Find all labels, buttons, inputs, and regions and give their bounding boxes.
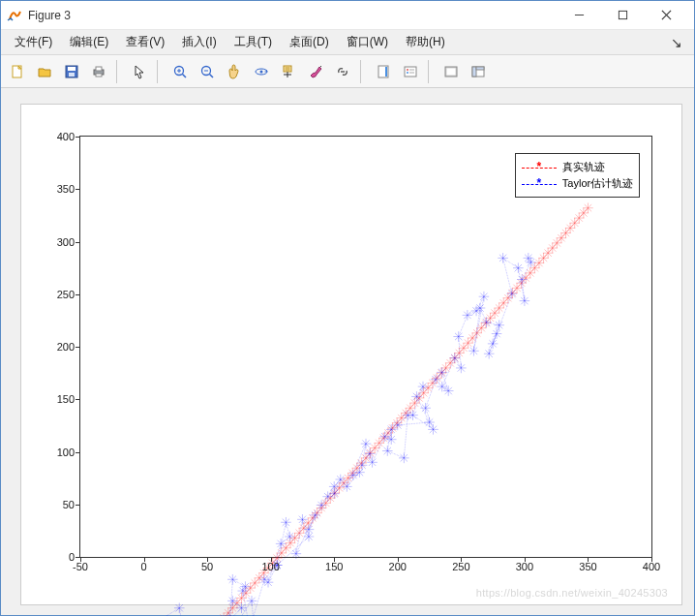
series-marker	[499, 298, 509, 309]
series-marker	[320, 498, 331, 508]
series-marker	[411, 391, 422, 402]
svg-rect-36	[472, 67, 476, 77]
svg-rect-1	[619, 11, 626, 18]
print-button[interactable]	[86, 59, 111, 84]
matlab-logo-icon	[7, 8, 22, 23]
minimize-button[interactable]	[558, 2, 601, 29]
series-marker	[484, 349, 495, 359]
series-marker	[408, 410, 418, 420]
svg-point-19	[260, 70, 263, 73]
window-title: Figure 3	[28, 9, 71, 22]
titlebar[interactable]: Figure 3	[1, 1, 694, 30]
y-tick-label: 0	[69, 551, 75, 563]
series-marker	[529, 262, 540, 273]
series-marker	[475, 303, 486, 314]
series-marker	[263, 577, 274, 588]
series-marker	[524, 253, 534, 263]
close-button[interactable]	[645, 2, 688, 29]
brush-button[interactable]	[303, 59, 328, 84]
toolbar	[1, 55, 694, 88]
series-marker	[574, 213, 585, 224]
svg-rect-10	[96, 74, 102, 77]
series-marker	[488, 339, 499, 350]
series-marker	[525, 268, 535, 279]
series-marker	[392, 420, 403, 431]
series-marker	[494, 303, 504, 314]
x-tick-label: 250	[452, 561, 469, 572]
y-tick-label: 300	[57, 236, 75, 248]
x-tick-label: 50	[201, 561, 213, 572]
dock-toggle-icon[interactable]: ↘	[665, 35, 688, 50]
save-button[interactable]	[59, 59, 84, 84]
svg-line-16	[210, 74, 214, 77]
hide-plot-tools-button[interactable]	[438, 59, 464, 84]
x-tick-label: 400	[643, 561, 660, 572]
menu-insert[interactable]: 插入(I)	[174, 31, 224, 53]
axes-panel[interactable]: * 真实轨迹 * Taylor估计轨迹 -5005010015020025030…	[20, 104, 682, 605]
menu-window[interactable]: 窗口(W)	[339, 31, 396, 53]
series-marker	[569, 218, 580, 229]
series-marker	[291, 548, 302, 559]
series-marker	[238, 586, 249, 597]
series-marker	[459, 343, 469, 354]
x-tick-label: 300	[516, 561, 533, 572]
y-tick	[76, 137, 80, 138]
link-plot-button[interactable]	[330, 59, 355, 84]
menu-file[interactable]: 文件(F)	[7, 31, 60, 53]
open-button[interactable]	[32, 59, 57, 84]
zoom-in-button[interactable]	[167, 59, 193, 84]
series-marker	[468, 346, 479, 356]
series-marker	[471, 328, 482, 339]
series-marker	[449, 353, 460, 363]
legend-entry-true[interactable]: * 真实轨迹	[522, 160, 633, 174]
y-tick-label: 250	[57, 289, 75, 300]
series-marker	[454, 348, 465, 358]
series-marker	[236, 593, 247, 603]
dock-figure-button[interactable]	[466, 59, 491, 84]
zoom-out-button[interactable]	[195, 59, 220, 84]
y-tick	[76, 452, 80, 453]
pan-button[interactable]	[222, 59, 247, 84]
menu-edit[interactable]: 编辑(E)	[62, 31, 116, 53]
new-figure-button[interactable]	[5, 59, 30, 84]
series-marker	[547, 243, 558, 254]
colorbar-button[interactable]	[371, 59, 396, 84]
x-tick-label: 350	[579, 561, 596, 572]
data-cursor-button[interactable]	[276, 59, 301, 84]
x-tick-label: -50	[73, 561, 88, 572]
legend-label-taylor: Taylor估计轨迹	[562, 176, 633, 191]
series-marker	[534, 258, 545, 268]
series-marker	[386, 434, 397, 445]
toolbar-sep	[428, 60, 434, 83]
toolbar-sep	[157, 60, 163, 83]
menu-help[interactable]: 帮助(H)	[398, 31, 453, 53]
legend-sample-taylor: *	[522, 179, 557, 189]
y-tick-label: 100	[57, 447, 75, 458]
legend-box[interactable]: * 真实轨迹 * Taylor估计轨迹	[515, 153, 640, 198]
rotate-3d-button[interactable]	[249, 59, 274, 84]
series-marker	[506, 289, 517, 299]
series-marker	[227, 574, 238, 585]
maximize-button[interactable]	[601, 2, 645, 29]
series-marker	[420, 403, 431, 414]
svg-rect-27	[385, 67, 387, 77]
svg-rect-28	[405, 67, 416, 77]
svg-rect-9	[96, 67, 102, 71]
menu-tools[interactable]: 工具(T)	[227, 31, 280, 53]
menu-desktop[interactable]: 桌面(D)	[282, 31, 337, 53]
series-marker	[463, 310, 473, 321]
x-tick-label: 150	[325, 561, 343, 572]
series-marker	[285, 532, 295, 542]
y-tick	[76, 242, 80, 243]
plot-area[interactable]: * 真实轨迹 * Taylor估计轨迹 -5005010015020025030…	[79, 136, 652, 558]
series-marker	[335, 475, 346, 485]
series-marker	[492, 328, 502, 339]
menu-view[interactable]: 查看(V)	[118, 31, 172, 53]
pointer-button[interactable]	[127, 59, 152, 84]
legend-button[interactable]	[398, 59, 423, 84]
y-tick-label: 200	[57, 341, 75, 353]
figure-content: * 真实轨迹 * Taylor估计轨迹 -5005010015020025030…	[1, 88, 694, 615]
legend-entry-taylor[interactable]: * Taylor估计轨迹	[522, 176, 633, 191]
series-marker	[357, 460, 368, 471]
series-marker	[579, 208, 589, 219]
